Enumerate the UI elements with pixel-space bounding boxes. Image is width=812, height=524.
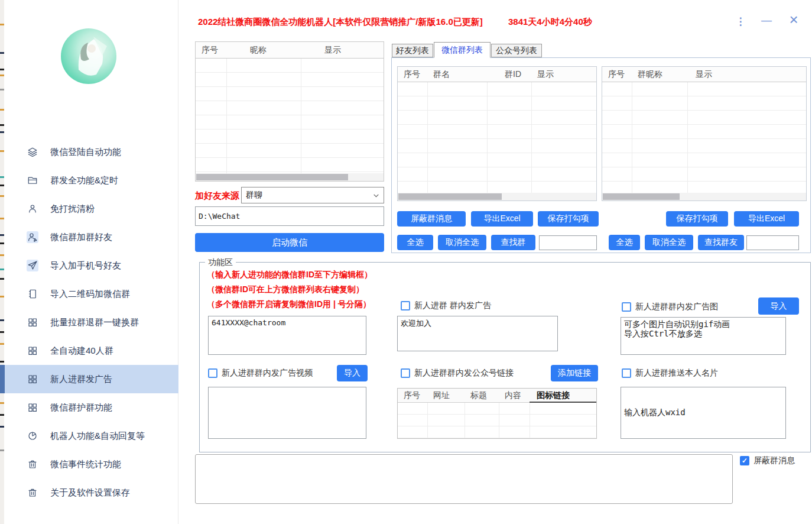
license-timer: 3841天4小时4分40秒 xyxy=(508,17,592,28)
sidebar-item-clean-fans[interactable]: 免打扰清粉 xyxy=(4,195,178,223)
app-window: 微信登陆自动功能 群发全功能&定时 免打扰清粉 微信群加群好友 xyxy=(0,0,812,524)
checkbox-icon[interactable] xyxy=(401,301,410,310)
find-member-input[interactable] xyxy=(746,235,799,250)
friend-source-select[interactable]: 群聊 xyxy=(241,187,384,203)
desktop-edge-strip xyxy=(0,0,4,524)
robot-wxid-textarea[interactable]: 输入机器人wxid xyxy=(621,387,786,439)
sidebar-item-wechat-login-auto[interactable]: 微信登陆自动功能 xyxy=(4,138,178,166)
window-menu-icon[interactable]: ⋮ xyxy=(735,15,746,28)
sidebar-item-batch-group-switch[interactable]: 批量拉群退群一键换群 xyxy=(4,308,178,337)
checkbox-icon[interactable] xyxy=(622,302,631,312)
ad-video-textarea[interactable] xyxy=(208,387,366,439)
newcomer-ad-image-checkrow[interactable]: 新人进群群内发广告图 xyxy=(622,302,718,312)
checkbox-icon[interactable] xyxy=(208,368,217,378)
checkbox-icon[interactable] xyxy=(401,368,410,378)
block-group-messages-button[interactable]: 屏蔽群消息 xyxy=(397,211,466,227)
window-close-icon[interactable]: × xyxy=(785,11,803,29)
import-image-button[interactable]: 导入 xyxy=(758,297,799,315)
find-member-button[interactable]: 查找群友 xyxy=(698,235,744,250)
pie-chart-icon xyxy=(27,430,38,442)
checkbox-checked-icon[interactable]: ✓ xyxy=(740,456,749,465)
friend-table-body[interactable] xyxy=(196,59,384,173)
link-table-header: 序号 网址 标题 内容 图标链接 xyxy=(398,389,596,403)
sidebar-menu: 微信登陆自动功能 群发全功能&定时 免打扰清粉 微信群加群好友 xyxy=(4,138,178,507)
friend-table-hscrollbar[interactable] xyxy=(196,173,384,181)
group-ids-textarea[interactable]: 641XXXX@chatroom xyxy=(208,316,366,355)
ad-image-textarea[interactable]: 可多个图片自动识别gif动画 导入按Ctrl不放多选 xyxy=(621,317,786,355)
grid-icon xyxy=(27,373,38,385)
column-divider xyxy=(530,403,530,438)
sidebar-item-label: 微信群护群功能 xyxy=(50,402,112,413)
sidebar-item-import-phone-friends[interactable]: 导入加手机号好友 xyxy=(4,251,178,280)
app-title: 2022结社微商圈微信全功能机器人[本软件仅限营销推广/新版16.0已更新] xyxy=(198,17,483,28)
scrollbar-thumb[interactable] xyxy=(603,193,680,200)
add-link-button[interactable]: 添加链接 xyxy=(551,365,598,381)
grid-icon xyxy=(27,345,38,357)
member-table-body[interactable] xyxy=(602,82,806,193)
column-divider xyxy=(632,82,632,193)
sidebar-item-label: 微信事件统计功能 xyxy=(50,459,121,470)
avatar[interactable] xyxy=(61,28,116,84)
save-checked-button[interactable]: 保存打勾项 xyxy=(538,211,599,227)
sidebar-item-label: 全自动建40人群 xyxy=(50,345,113,357)
newcomer-name-card-checkrow[interactable]: 新人进群推送本人名片 xyxy=(622,368,718,379)
sidebar-item-label: 新人进群发广告 xyxy=(50,374,112,385)
start-wechat-button[interactable]: 启动微信 xyxy=(195,233,384,252)
window-minimize-icon[interactable]: — xyxy=(759,14,774,27)
sidebar-item-auto-create-40-group[interactable]: 全自动建40人群 xyxy=(4,337,178,365)
sidebar-item-import-qrcode-groups[interactable]: 导入二维码加微信群 xyxy=(4,280,178,308)
deselect-all-members-button[interactable]: 取消全选 xyxy=(645,235,693,250)
scrollbar-thumb[interactable] xyxy=(398,193,502,200)
sidebar-item-newcomer-ad[interactable]: 新人进群发广告 xyxy=(4,365,178,393)
group-table-hscrollbar[interactable] xyxy=(398,193,596,200)
column-divider xyxy=(427,82,428,193)
member-save-checked-button[interactable]: 保存打勾项 xyxy=(666,211,728,227)
find-group-button[interactable]: 查找群 xyxy=(491,235,535,250)
member-table-hscrollbar[interactable] xyxy=(602,193,806,200)
sidebar-item-robot-autoreply[interactable]: 机器人功能&自动回复等 xyxy=(4,422,178,450)
column-divider xyxy=(531,82,532,193)
trash-icon xyxy=(27,487,38,499)
welcome-message-textarea[interactable]: 欢迎加入 xyxy=(397,316,558,351)
tab-official-account-list[interactable]: 公众号列表 xyxy=(491,44,542,57)
sidebar-item-mass-send-timer[interactable]: 群发全功能&定时 xyxy=(4,166,178,195)
scrollbar-thumb[interactable] xyxy=(196,174,348,180)
sidebar-item-group-guard[interactable]: 微信群护群功能 xyxy=(4,393,178,422)
sidebar-item-group-add-friends[interactable]: 微信群加群好友 xyxy=(4,223,178,251)
wechat-path-input[interactable] xyxy=(195,206,384,226)
column-header: 序号 xyxy=(398,69,427,80)
deselect-all-groups-button[interactable]: 取消全选 xyxy=(438,235,486,250)
tab-wechat-group-list[interactable]: 微信群列表 xyxy=(434,42,491,58)
link-table-body[interactable] xyxy=(398,403,596,438)
sidebar-item-label: 关于及软件设置保存 xyxy=(50,487,130,499)
grid-icon xyxy=(27,316,38,328)
sidebar-item-label: 批量拉群退群一键换群 xyxy=(50,317,139,328)
sidebar-item-event-stats[interactable]: 微信事件统计功能 xyxy=(4,450,178,478)
trash-icon xyxy=(27,458,38,470)
sidebar: 微信登陆自动功能 群发全功能&定时 免打扰清粉 微信群加群好友 xyxy=(4,0,178,524)
column-header: 序号 xyxy=(602,69,632,80)
column-header: 序号 xyxy=(196,45,226,56)
find-group-input[interactable] xyxy=(539,235,597,250)
newcomer-ad-text-checkrow[interactable]: 新人进群 群内发广告 xyxy=(401,300,491,311)
select-all-members-button[interactable]: 全选 xyxy=(609,235,640,250)
newcomer-official-link-checkrow[interactable]: 新人进群群内发公众号链接 xyxy=(401,368,514,379)
column-divider xyxy=(499,403,499,438)
user-plus-icon xyxy=(27,231,38,243)
member-export-excel-button[interactable]: 导出Excel xyxy=(734,211,799,227)
tab-friend-list[interactable]: 好友列表 xyxy=(392,44,433,57)
log-output-box[interactable] xyxy=(195,454,733,504)
sidebar-item-label: 机器人功能&自动回复等 xyxy=(50,431,145,442)
checkbox-icon[interactable] xyxy=(622,368,631,378)
sidebar-item-about-settings[interactable]: 关于及软件设置保存 xyxy=(4,478,178,507)
block-group-messages-checkrow[interactable]: ✓ 屏蔽群消息 xyxy=(740,455,795,466)
column-header: 群名 xyxy=(427,69,487,80)
export-excel-button[interactable]: 导出Excel xyxy=(471,211,533,227)
column-header: 昵称 xyxy=(226,45,301,56)
group-table-body[interactable] xyxy=(398,82,596,193)
newcomer-ad-video-checkrow[interactable]: 新人进群群内发广告视频 xyxy=(208,368,313,379)
import-video-button[interactable]: 导入 xyxy=(337,365,368,381)
select-all-groups-button[interactable]: 全选 xyxy=(397,235,433,250)
checkbox-label: 新人进群 群内发广告 xyxy=(414,300,491,311)
avatar-illustration xyxy=(61,28,116,84)
